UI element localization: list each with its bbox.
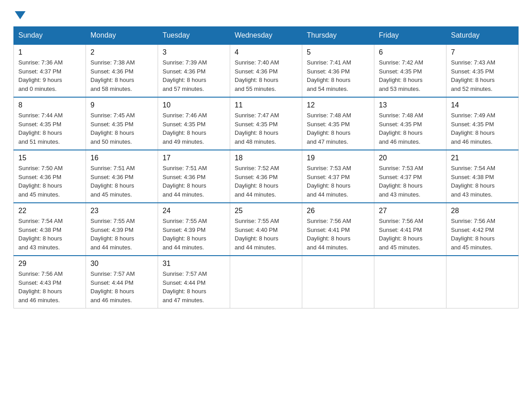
day-number: 2	[90, 48, 153, 56]
day-info: Sunrise: 7:52 AMSunset: 4:36 PMDaylight:…	[235, 164, 297, 199]
day-info: Sunrise: 7:55 AMSunset: 4:39 PMDaylight:…	[90, 217, 153, 252]
day-number: 25	[235, 207, 297, 215]
calendar-cell: 8Sunrise: 7:44 AMSunset: 4:35 PMDaylight…	[14, 97, 86, 150]
day-info: Sunrise: 7:45 AMSunset: 4:35 PMDaylight:…	[90, 111, 153, 146]
day-number: 3	[163, 48, 225, 56]
day-number: 19	[307, 154, 369, 162]
calendar-cell: 14Sunrise: 7:49 AMSunset: 4:35 PMDayligh…	[446, 97, 519, 150]
day-number: 5	[307, 48, 369, 56]
calendar-cell: 26Sunrise: 7:56 AMSunset: 4:41 PMDayligh…	[302, 203, 374, 256]
calendar-cell: 30Sunrise: 7:57 AMSunset: 4:44 PMDayligh…	[86, 256, 158, 308]
day-info: Sunrise: 7:57 AMSunset: 4:44 PMDaylight:…	[163, 270, 225, 304]
day-info: Sunrise: 7:56 AMSunset: 4:43 PMDaylight:…	[18, 270, 81, 304]
day-number: 31	[163, 260, 225, 268]
calendar-cell: 29Sunrise: 7:56 AMSunset: 4:43 PMDayligh…	[14, 256, 86, 308]
day-info: Sunrise: 7:51 AMSunset: 4:36 PMDaylight:…	[163, 164, 225, 199]
day-number: 9	[90, 101, 153, 109]
week-row-4: 22Sunrise: 7:54 AMSunset: 4:38 PMDayligh…	[14, 203, 519, 256]
day-info: Sunrise: 7:55 AMSunset: 4:40 PMDaylight:…	[235, 217, 297, 252]
day-info: Sunrise: 7:54 AMSunset: 4:38 PMDaylight:…	[451, 164, 514, 199]
day-info: Sunrise: 7:55 AMSunset: 4:39 PMDaylight:…	[163, 217, 225, 252]
calendar-cell: 28Sunrise: 7:56 AMSunset: 4:42 PMDayligh…	[446, 203, 519, 256]
day-info: Sunrise: 7:36 AMSunset: 4:37 PMDaylight:…	[18, 58, 81, 93]
calendar-cell: 25Sunrise: 7:55 AMSunset: 4:40 PMDayligh…	[230, 203, 302, 256]
calendar-cell: 18Sunrise: 7:52 AMSunset: 4:36 PMDayligh…	[230, 150, 302, 203]
calendar-cell: 17Sunrise: 7:51 AMSunset: 4:36 PMDayligh…	[158, 150, 230, 203]
calendar-cell: 15Sunrise: 7:50 AMSunset: 4:36 PMDayligh…	[14, 150, 86, 203]
week-row-5: 29Sunrise: 7:56 AMSunset: 4:43 PMDayligh…	[14, 256, 519, 308]
day-number: 28	[451, 207, 514, 215]
week-row-3: 15Sunrise: 7:50 AMSunset: 4:36 PMDayligh…	[14, 150, 519, 203]
day-number: 20	[379, 154, 442, 162]
day-info: Sunrise: 7:56 AMSunset: 4:41 PMDaylight:…	[307, 217, 369, 252]
logo	[13, 9, 26, 17]
calendar-cell	[302, 256, 374, 308]
day-info: Sunrise: 7:44 AMSunset: 4:35 PMDaylight:…	[18, 111, 81, 146]
day-number: 23	[90, 207, 153, 215]
week-row-2: 8Sunrise: 7:44 AMSunset: 4:35 PMDaylight…	[14, 97, 519, 150]
calendar-cell: 27Sunrise: 7:56 AMSunset: 4:41 PMDayligh…	[374, 203, 446, 256]
day-number: 11	[235, 101, 297, 109]
day-info: Sunrise: 7:56 AMSunset: 4:41 PMDaylight:…	[379, 217, 442, 252]
day-info: Sunrise: 7:49 AMSunset: 4:35 PMDaylight:…	[451, 111, 514, 146]
calendar-cell: 4Sunrise: 7:40 AMSunset: 4:36 PMDaylight…	[230, 44, 302, 97]
calendar-cell: 21Sunrise: 7:54 AMSunset: 4:38 PMDayligh…	[446, 150, 519, 203]
calendar-cell: 1Sunrise: 7:36 AMSunset: 4:37 PMDaylight…	[14, 44, 86, 97]
day-number: 30	[90, 260, 153, 268]
day-number: 24	[163, 207, 225, 215]
page-header	[13, 9, 519, 17]
day-info: Sunrise: 7:57 AMSunset: 4:44 PMDaylight:…	[90, 270, 153, 304]
calendar-cell: 16Sunrise: 7:51 AMSunset: 4:36 PMDayligh…	[86, 150, 158, 203]
day-info: Sunrise: 7:50 AMSunset: 4:36 PMDaylight:…	[18, 164, 81, 199]
calendar-cell	[230, 256, 302, 308]
day-number: 27	[379, 207, 442, 215]
day-info: Sunrise: 7:40 AMSunset: 4:36 PMDaylight:…	[235, 58, 297, 93]
calendar-cell: 13Sunrise: 7:48 AMSunset: 4:35 PMDayligh…	[374, 97, 446, 150]
day-info: Sunrise: 7:43 AMSunset: 4:35 PMDaylight:…	[451, 58, 514, 93]
day-info: Sunrise: 7:38 AMSunset: 4:36 PMDaylight:…	[90, 58, 153, 93]
column-header-tuesday: Tuesday	[158, 27, 230, 45]
day-info: Sunrise: 7:51 AMSunset: 4:36 PMDaylight:…	[90, 164, 153, 199]
day-info: Sunrise: 7:42 AMSunset: 4:35 PMDaylight:…	[379, 58, 442, 93]
day-info: Sunrise: 7:53 AMSunset: 4:37 PMDaylight:…	[379, 164, 442, 199]
calendar-cell: 3Sunrise: 7:39 AMSunset: 4:36 PMDaylight…	[158, 44, 230, 97]
column-header-friday: Friday	[374, 27, 446, 45]
day-number: 15	[18, 154, 81, 162]
column-header-monday: Monday	[86, 27, 158, 45]
day-number: 21	[451, 154, 514, 162]
day-number: 16	[90, 154, 153, 162]
calendar-cell: 11Sunrise: 7:47 AMSunset: 4:35 PMDayligh…	[230, 97, 302, 150]
day-number: 14	[451, 101, 514, 109]
calendar-cell: 24Sunrise: 7:55 AMSunset: 4:39 PMDayligh…	[158, 203, 230, 256]
day-info: Sunrise: 7:48 AMSunset: 4:35 PMDaylight:…	[307, 111, 369, 146]
day-info: Sunrise: 7:39 AMSunset: 4:36 PMDaylight:…	[163, 58, 225, 93]
calendar-cell	[374, 256, 446, 308]
calendar-header-row: SundayMondayTuesdayWednesdayThursdayFrid…	[14, 27, 519, 45]
calendar-table: SundayMondayTuesdayWednesdayThursdayFrid…	[13, 26, 519, 308]
day-number: 4	[235, 48, 297, 56]
day-info: Sunrise: 7:53 AMSunset: 4:37 PMDaylight:…	[307, 164, 369, 199]
day-info: Sunrise: 7:46 AMSunset: 4:35 PMDaylight:…	[163, 111, 225, 146]
column-header-wednesday: Wednesday	[230, 27, 302, 45]
calendar-cell: 23Sunrise: 7:55 AMSunset: 4:39 PMDayligh…	[86, 203, 158, 256]
column-header-sunday: Sunday	[14, 27, 86, 45]
day-number: 26	[307, 207, 369, 215]
calendar-cell: 20Sunrise: 7:53 AMSunset: 4:37 PMDayligh…	[374, 150, 446, 203]
day-number: 17	[163, 154, 225, 162]
day-info: Sunrise: 7:56 AMSunset: 4:42 PMDaylight:…	[451, 217, 514, 252]
calendar-cell: 7Sunrise: 7:43 AMSunset: 4:35 PMDaylight…	[446, 44, 519, 97]
day-info: Sunrise: 7:48 AMSunset: 4:35 PMDaylight:…	[379, 111, 442, 146]
day-number: 10	[163, 101, 225, 109]
calendar-cell: 10Sunrise: 7:46 AMSunset: 4:35 PMDayligh…	[158, 97, 230, 150]
day-number: 7	[451, 48, 514, 56]
calendar-cell: 22Sunrise: 7:54 AMSunset: 4:38 PMDayligh…	[14, 203, 86, 256]
day-number: 12	[307, 101, 369, 109]
calendar-cell: 12Sunrise: 7:48 AMSunset: 4:35 PMDayligh…	[302, 97, 374, 150]
column-header-thursday: Thursday	[302, 27, 374, 45]
day-number: 18	[235, 154, 297, 162]
calendar-cell	[446, 256, 519, 308]
calendar-cell: 19Sunrise: 7:53 AMSunset: 4:37 PMDayligh…	[302, 150, 374, 203]
day-number: 22	[18, 207, 81, 215]
day-number: 13	[379, 101, 442, 109]
day-number: 29	[18, 260, 81, 268]
